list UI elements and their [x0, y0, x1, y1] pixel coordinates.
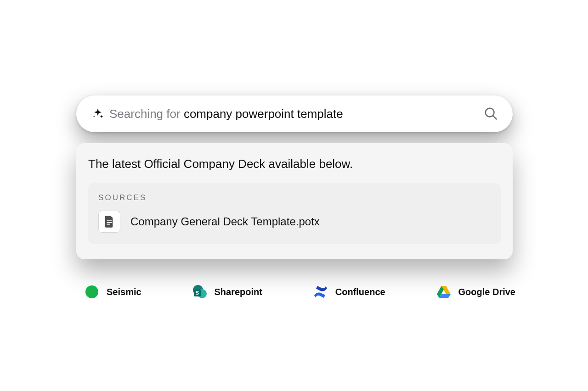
search-term: company powerpoint template — [184, 108, 343, 120]
sources-panel: SOURCES Company General Deck Template.po… — [88, 183, 501, 244]
integration-seismic[interactable]: Seismic — [84, 284, 141, 300]
integrations-row: Seismic S Sharepoint Confluence — [84, 282, 515, 302]
svg-point-2 — [85, 285, 98, 298]
source-item[interactable]: Company General Deck Template.potx — [98, 211, 491, 233]
integration-label: Seismic — [107, 287, 141, 297]
integration-label: Sharepoint — [214, 287, 262, 297]
source-filename: Company General Deck Template.potx — [130, 215, 320, 228]
search-button[interactable] — [477, 106, 504, 122]
sparkle-icon — [86, 107, 109, 120]
seismic-icon — [84, 284, 100, 300]
search-icon — [484, 106, 498, 122]
result-card: The latest Official Company Deck availab… — [76, 143, 513, 259]
file-icon — [98, 211, 120, 233]
svg-text:S: S — [196, 290, 199, 296]
integration-confluence[interactable]: Confluence — [312, 284, 385, 300]
google-drive-icon — [435, 284, 452, 300]
confluence-icon — [312, 284, 329, 300]
integration-gdrive[interactable]: Google Drive — [435, 284, 515, 300]
search-bar[interactable]: Searching for company powerpoint templat… — [76, 95, 513, 132]
sources-heading: SOURCES — [98, 193, 491, 202]
search-query[interactable]: Searching for company powerpoint templat… — [109, 108, 477, 120]
search-prefix: Searching for — [109, 108, 184, 120]
answer-text: The latest Official Company Deck availab… — [76, 157, 513, 171]
integration-label: Google Drive — [458, 287, 515, 297]
integration-label: Confluence — [335, 287, 385, 297]
svg-line-1 — [493, 116, 497, 119]
integration-sharepoint[interactable]: S Sharepoint — [191, 284, 262, 300]
sharepoint-icon: S — [191, 284, 208, 300]
